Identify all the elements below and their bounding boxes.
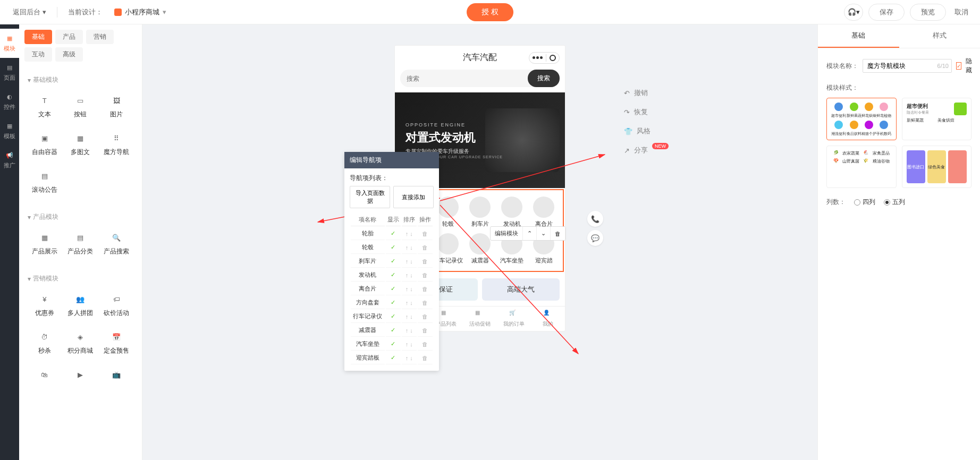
comp-image[interactable]: 🖼图片 [99,89,133,124]
style-option-4[interactable]: 图书进口 绿色美食 [902,146,972,188]
rail-page[interactable]: ▤页面 [0,58,19,87]
move-up-button[interactable]: ⌃ [523,227,537,240]
add-direct-button[interactable]: 直接添加 [393,186,434,208]
row-sort[interactable]: ↑ ↓ [402,296,417,309]
float-phone-button[interactable]: 📞 [587,211,603,227]
rail-module[interactable]: ▦模块 [0,29,19,58]
panel-tab-style[interactable]: 样式 [899,24,981,48]
row-sort[interactable]: ↑ ↓ [402,227,417,240]
comp-flash[interactable]: ⏱秒杀 [28,325,62,361]
nav-grid-item[interactable]: 离合片 [529,197,559,228]
comp-more1[interactable]: 🛍 [28,363,62,386]
comp-tab-interact[interactable]: 互动 [24,47,52,62]
support-icon[interactable]: 🎧▾ [844,4,863,21]
radio-4cols[interactable]: 四列 [854,198,875,207]
comp-button[interactable]: ▭按钮 [64,89,98,124]
comp-tab-marketing[interactable]: 营销 [86,30,114,44]
auth-button[interactable]: 授 权 [467,3,513,21]
nav-grid-item[interactable]: 发动机 [497,197,527,228]
row-delete-button[interactable]: 🗑 [418,310,433,323]
row-delete-button[interactable]: 🗑 [418,227,433,240]
row-delete-button[interactable]: 🗑 [418,255,433,268]
row-visible-toggle[interactable]: ✓ [386,269,401,282]
row-sort[interactable]: ↑ ↓ [402,255,417,268]
tab-orders[interactable]: 🛒我的订单 [497,310,531,328]
quality-card-2[interactable]: 高端大气 [482,278,560,301]
search-input[interactable] [400,70,538,87]
comp-more3[interactable]: 📺 [99,363,133,386]
row-visible-toggle[interactable]: ✓ [386,352,401,364]
row-visible-toggle[interactable]: ✓ [386,296,401,309]
row-delete-button[interactable]: 🗑 [418,338,433,351]
section-title-product: ▾ 产品模块 [28,208,133,226]
comp-prodshow[interactable]: ▦产品展示 [28,226,62,261]
row-visible-toggle[interactable]: ✓ [386,324,401,337]
comp-navgrid[interactable]: ⠿魔方导航 [99,126,133,162]
comp-points[interactable]: ◈积分商城 [64,325,98,361]
comp-tab-product[interactable]: 产品 [55,30,83,44]
gallery-icon: ▦ [74,132,87,144]
row-sort[interactable]: ↑ ↓ [402,283,417,295]
style-option-2[interactable]: 超市便利随选时令餐果 新鲜菜蔬美食烘焙 [902,98,972,140]
nav-grid-item[interactable]: 刹车片 [465,197,495,228]
hide-checkbox[interactable]: ✓ [956,62,961,70]
edit-module-button[interactable]: 编辑模块 [491,227,523,240]
save-button[interactable]: 保存 [868,4,905,21]
row-delete-button[interactable]: 🗑 [418,283,433,295]
row-visible-toggle[interactable]: ✓ [386,255,401,268]
comp-tab-basic[interactable]: 基础 [24,30,52,44]
comp-prodsearch[interactable]: 🔍产品搜索 [99,226,133,261]
delete-module-button[interactable]: 🗑 [551,227,565,240]
tab-promo[interactable]: ▦活动促销 [463,310,497,328]
row-sort[interactable]: ↑ ↓ [402,324,417,337]
float-chat-button[interactable]: 💬 [587,230,603,246]
comp-presale[interactable]: 📅定金预售 [99,325,133,361]
import-data-button[interactable]: 导入页面数据 [350,186,390,208]
row-visible-toggle[interactable]: ✓ [386,241,401,254]
panel-tab-basic[interactable]: 基础 [818,24,899,48]
tab-me[interactable]: 👤我的 [531,310,565,328]
row-sort[interactable]: ↑ ↓ [402,241,417,254]
comp-groupbuy[interactable]: 👥多人拼团 [64,287,98,323]
comp-coupon[interactable]: ¥优惠券 [28,287,62,323]
comp-marquee[interactable]: ▤滚动公告 [28,164,62,200]
row-sort[interactable]: ↑ ↓ [402,269,417,282]
redo-button[interactable]: ↷恢复 [624,107,669,117]
row-delete-button[interactable]: 🗑 [418,352,433,364]
preview-button[interactable]: 预览 [910,4,946,21]
comp-container[interactable]: ▣自由容器 [28,126,62,162]
share-button[interactable]: ↗分享NEW [624,146,669,155]
comp-text[interactable]: T文本 [28,89,62,124]
row-delete-button[interactable]: 🗑 [418,296,433,309]
back-link[interactable]: 返回后台 ▾ [9,5,50,19]
rail-template[interactable]: ▦模板 [0,116,19,146]
row-delete-button[interactable]: 🗑 [418,241,433,254]
cols-label: 列数： [826,198,846,207]
row-delete-button[interactable]: 🗑 [418,324,433,337]
row-delete-button[interactable]: 🗑 [418,269,433,282]
row-visible-toggle[interactable]: ✓ [386,338,401,351]
row-visible-toggle[interactable]: ✓ [386,227,401,240]
style-option-3[interactable]: 🥬农家蔬菜🐔家禽蛋品 🍄山野真菌🌾粮油谷物 [826,146,897,188]
row-visible-toggle[interactable]: ✓ [386,283,401,295]
row-sort[interactable]: ↑ ↓ [402,310,417,323]
comp-more2[interactable]: ▶ [64,363,98,386]
row-sort[interactable]: ↑ ↓ [402,338,417,351]
style-button[interactable]: 👕风格 [624,126,669,136]
comp-tab-advanced[interactable]: 高级 [55,47,83,62]
undo-button[interactable]: ↶撤销 [624,88,669,98]
design-value: 小程序商城 [125,7,159,17]
radio-5cols[interactable]: 五列 [884,198,905,207]
design-select[interactable]: 小程序商城 ▾ [109,5,172,19]
cancel-button[interactable]: 取消 [951,7,971,17]
row-visible-toggle[interactable]: ✓ [386,310,401,323]
row-sort[interactable]: ↑ ↓ [402,352,417,364]
rail-promo[interactable]: 📢推广 [0,146,19,175]
search-button[interactable]: 搜索 [528,70,560,87]
rail-control[interactable]: ◐控件 [0,87,19,116]
comp-bargain[interactable]: 🏷砍价活动 [99,287,133,323]
comp-multiimg[interactable]: ▦多图文 [64,126,98,162]
style-option-1[interactable]: 超市便利新鲜果蔬鲜花烘焙鲜花植物 潮流便利食品饮料精致个护手机数码 [826,98,897,140]
move-down-button[interactable]: ⌄ [537,227,551,240]
comp-prodcat[interactable]: ▤产品分类 [64,226,98,261]
